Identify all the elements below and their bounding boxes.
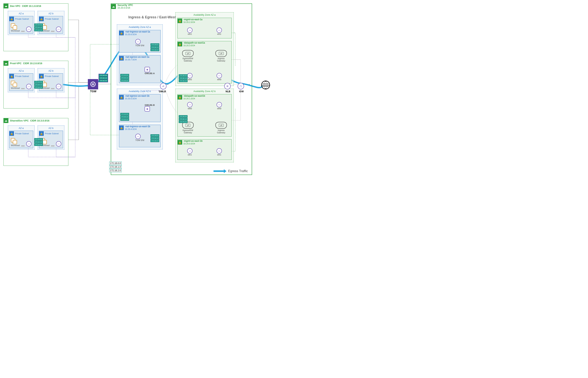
vpc-cidr: CIDR 10.3.0.0/16: [30, 119, 49, 122]
lock-icon: 🔒: [39, 74, 44, 79]
gwlbe-icon: ◉: [145, 106, 150, 111]
workload-icon: [11, 138, 17, 144]
vpc-cidr: CIDR 10.1.0.0/16: [22, 5, 41, 7]
lock-icon: 🔒: [119, 56, 124, 61]
internet-globe-icon: [261, 81, 270, 89]
lock-icon: 🔒: [9, 74, 14, 79]
eni-icon: ▭: [187, 27, 192, 33]
lock-icon: 🔒: [178, 95, 182, 99]
eni-icon: ▭: [216, 73, 222, 78]
vpc-cloud-icon: ☁: [3, 61, 8, 66]
tgw-eni-icon: ▭: [135, 39, 141, 44]
eni-icon: ▭: [216, 148, 222, 154]
az-title: AZ-b: [38, 12, 64, 15]
sharedsvc-vpc: ☁ SharedSvc-VPC CIDR 10.3.0.0/16 AZ-a 🔒P…: [3, 118, 68, 166]
gwlb-icon: ⇄: [160, 83, 167, 89]
egress-legend: Egress Traffic: [214, 169, 248, 173]
tgw-label: TGW: [90, 90, 96, 93]
eni-icon: ▭: [56, 84, 61, 89]
eni-icon: ▭: [26, 27, 31, 32]
section-title: Ingress & Egress / East-West: [128, 15, 176, 19]
vpc-name: Security VPC: [118, 4, 133, 6]
az-title: AZ-a: [8, 12, 34, 15]
igw-icon: ⋂: [238, 83, 244, 89]
route-table-tags: 172.16.0.0172.16.1.0172.16.2.0: [34, 81, 43, 89]
route-table-tags: 172.16.0.0172.16.1.0172.16.2.0: [34, 138, 43, 146]
route-table-tags: 172.16.0.0172.16.1.0172.16.2.0: [99, 74, 108, 82]
lock-icon: 🔒: [9, 131, 14, 136]
eni-icon: ▭: [187, 73, 192, 78]
lock-icon: 🔒: [178, 18, 182, 23]
ingress-gateway-icon: [215, 50, 227, 57]
lock-icon: 🔒: [178, 42, 182, 46]
nlb-label: NLB: [226, 90, 230, 93]
prod-vpc: ☁ Prod-VPC CIDR 10.2.0.0/16 AZ-a 🔒Privat…: [3, 61, 68, 108]
svg-point-1: [93, 84, 94, 85]
security-vpc: ☁ Security VPC 10.20.0.0/16 Ingress & Eg…: [111, 3, 252, 175]
vpc-name: Dev-VPC: [10, 5, 20, 7]
eni-icon: ▭: [26, 84, 31, 89]
vpc-name: SharedSvc-VPC: [10, 119, 29, 122]
lock-icon: 🔒: [39, 17, 44, 21]
eni-icon: ▭: [216, 102, 222, 107]
vpc-cloud-icon: ☁: [3, 3, 8, 8]
eni-icon: ▭: [216, 27, 222, 33]
legend-arrow-icon: [214, 170, 224, 172]
lock-icon: 🔒: [9, 17, 14, 21]
eni-icon: ▭: [187, 148, 192, 154]
gwlbe-icon: ◉: [145, 67, 150, 72]
egress-gateway-icon: [182, 50, 194, 57]
gwlb-label: GWLB: [159, 90, 166, 93]
igw-label: IGW: [239, 90, 244, 93]
vpc-cidr: 10.20.0.0/16: [118, 6, 133, 9]
lock-icon: 🔒: [39, 131, 44, 136]
dev-vpc: ☁ Dev-VPC CIDR 10.1.0.0/16 AZ-a 🔒Private…: [3, 3, 68, 51]
vpc-cloud-icon: ☁: [3, 118, 8, 123]
diagram-canvas: ☁ Dev-VPC CIDR 10.1.0.0/16 AZ-a 🔒Private…: [2, 2, 281, 182]
workload-icon: [11, 81, 17, 87]
nlb-icon: ⊞: [224, 83, 231, 89]
lock-icon: 🔒: [178, 140, 182, 145]
vpc-cloud-icon: ☁: [111, 4, 116, 9]
lock-icon: 🔒: [119, 125, 124, 130]
tgw-eni-icon: ▭: [135, 134, 141, 139]
vpc-name: Prod-VPC: [10, 62, 22, 65]
nic-icon: [51, 31, 54, 32]
lock-icon: 🔒: [119, 31, 124, 35]
tgw-icon: [88, 79, 98, 89]
eni-icon: ▭: [187, 102, 192, 107]
nic-icon: [21, 31, 25, 32]
vpc-cidr: CIDR 10.2.0.0/16: [23, 62, 42, 65]
eni-icon: ▭: [56, 141, 61, 147]
route-table-tags: 172.16.0.0172.16.1.0172.16.2.0: [109, 162, 122, 172]
eni-icon: ▭: [56, 27, 61, 32]
lock-icon: 🔒: [119, 95, 124, 99]
ingress-gateway-icon: [215, 122, 227, 129]
eni-icon: ▭: [26, 141, 31, 147]
route-table-tags: 172.16.0.0172.16.1.0172.16.2.0: [34, 24, 43, 31]
workload-icon: [11, 24, 17, 30]
